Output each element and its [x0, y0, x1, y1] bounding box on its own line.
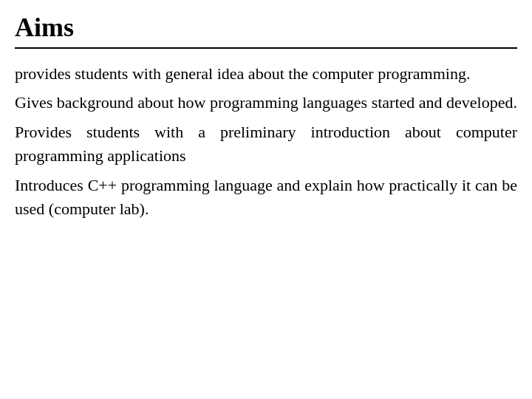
- content-section: provides students with general idea abou…: [15, 62, 517, 227]
- bullet-item-2: Gives background about how programming l…: [15, 91, 517, 115]
- bullet-item-3: Provides students with a preliminary int…: [15, 120, 517, 168]
- bullet-item-1: provides students with general idea abou…: [15, 62, 517, 86]
- title-section: Aims: [15, 13, 517, 49]
- bullet-item-4: Introduces C++ programming language and …: [15, 174, 517, 221]
- page-title: Aims: [15, 13, 517, 43]
- page-container: Aims provides students with general idea…: [0, 0, 532, 399]
